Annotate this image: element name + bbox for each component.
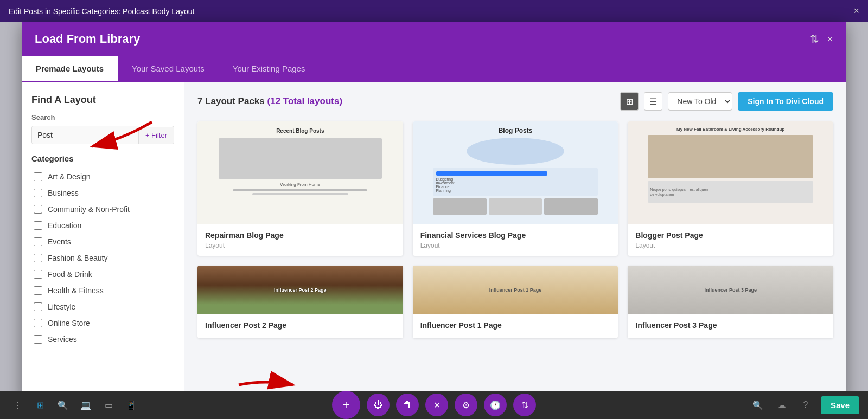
save-button[interactable]: Save bbox=[821, 396, 859, 414]
tab-saved-layouts[interactable]: Your Saved Layouts bbox=[118, 56, 219, 82]
layout-card-info: Influencer Post 2 Page bbox=[197, 314, 403, 338]
layout-name: Influencer Post 2 Page bbox=[205, 321, 395, 330]
tabs-bar: Premade Layouts Your Saved Layouts Your … bbox=[22, 56, 846, 82]
sort-button[interactable]: ⇅ bbox=[513, 394, 536, 416]
layout-card[interactable]: Influencer Post 3 Page Influencer Post 3… bbox=[628, 266, 833, 338]
category-label-community: Community & Non-Profit bbox=[48, 205, 130, 214]
settings-button[interactable]: ⚙ bbox=[455, 394, 477, 416]
layout-card-thumb: Influencer Post 3 Page bbox=[628, 266, 833, 314]
layout-type: Layout bbox=[205, 242, 395, 249]
category-label-food: Food & Drink bbox=[48, 270, 92, 279]
window-title: Edit Posts in Specific Categories: Podca… bbox=[9, 7, 194, 16]
layout-type: Layout bbox=[635, 242, 826, 249]
sort-select[interactable]: New To Old Old To New bbox=[668, 92, 732, 111]
search-input[interactable] bbox=[32, 126, 138, 144]
toolbar-right: 🔍 ☁ ? Save bbox=[749, 396, 859, 414]
category-item[interactable]: Events bbox=[31, 234, 174, 250]
layout-card[interactable]: Influencer Post 2 Page Influencer Post 2… bbox=[197, 266, 403, 338]
layout-name: Influencer Post 3 Page bbox=[635, 321, 826, 330]
window-close-button[interactable]: × bbox=[853, 5, 859, 17]
help-icon[interactable]: ? bbox=[797, 396, 814, 414]
layout-card[interactable]: Blog Posts Budgeting Investment Finance … bbox=[413, 121, 618, 256]
category-item[interactable]: Services bbox=[31, 331, 174, 347]
category-item[interactable]: Art & Design bbox=[31, 169, 174, 185]
category-checkbox-art[interactable] bbox=[34, 172, 42, 181]
layout-card-thumb: Influencer Post 2 Page bbox=[197, 266, 403, 314]
filter-button[interactable]: + Filter bbox=[138, 127, 174, 144]
grid-icon[interactable]: ⊞ bbox=[31, 396, 49, 414]
category-checkbox-events[interactable] bbox=[34, 237, 42, 246]
category-label-education: Education bbox=[48, 221, 81, 230]
modal-header-icons: ⇅ × bbox=[810, 33, 833, 46]
mobile-icon[interactable]: 📱 bbox=[123, 396, 140, 414]
desktop-icon[interactable]: 💻 bbox=[77, 396, 94, 414]
search-label: Search bbox=[31, 113, 174, 121]
category-item[interactable]: Lifestyle bbox=[31, 299, 174, 315]
find-layout-title: Find A Layout bbox=[31, 94, 174, 106]
layout-card-thumb: Blog Posts Budgeting Investment Finance … bbox=[413, 121, 618, 224]
category-checkbox-services[interactable] bbox=[34, 335, 42, 344]
layout-card[interactable]: My New Fall Bathroom & Living Accessory … bbox=[628, 121, 833, 256]
tab-premade-layouts[interactable]: Premade Layouts bbox=[22, 56, 118, 82]
search-toolbar-icon[interactable]: 🔍 bbox=[54, 396, 72, 414]
category-label-fashion: Fashion & Beauty bbox=[48, 254, 108, 262]
category-item[interactable]: Business bbox=[31, 185, 174, 201]
search-right-icon[interactable]: 🔍 bbox=[749, 396, 767, 414]
category-label-health: Health & Fitness bbox=[48, 286, 104, 295]
content-header: 7 Layout Packs (12 Total layouts) ⊞ ☰ Ne… bbox=[197, 92, 833, 111]
layout-name: Repairman Blog Page bbox=[205, 231, 395, 240]
category-checkbox-fashion[interactable] bbox=[34, 254, 42, 262]
category-item[interactable]: Fashion & Beauty bbox=[31, 250, 174, 266]
layout-type: Layout bbox=[420, 242, 611, 249]
pack-count: 7 Layout Packs bbox=[197, 96, 265, 106]
delete-button[interactable]: 🗑 bbox=[396, 394, 419, 416]
modal-close-icon[interactable]: × bbox=[827, 33, 833, 46]
category-checkbox-education[interactable] bbox=[34, 221, 42, 230]
modal-body: Find A Layout Search + Filter Categories… bbox=[22, 82, 846, 402]
modal: Load From Library ⇅ × Premade Layouts Yo… bbox=[22, 22, 846, 402]
power-button[interactable]: ⏻ bbox=[367, 394, 390, 416]
sidebar: Find A Layout Search + Filter Categories… bbox=[22, 82, 184, 402]
category-item[interactable]: Education bbox=[31, 217, 174, 234]
category-checkbox-lifestyle[interactable] bbox=[34, 302, 42, 311]
layout-name: Blogger Post Page bbox=[635, 231, 826, 240]
layout-card-thumb: My New Fall Bathroom & Living Accessory … bbox=[628, 121, 833, 224]
category-checkbox-health[interactable] bbox=[34, 286, 42, 295]
category-label-lifestyle: Lifestyle bbox=[48, 302, 75, 311]
add-button[interactable]: + bbox=[332, 391, 360, 419]
sign-in-button[interactable]: Sign In To Divi Cloud bbox=[738, 92, 833, 111]
category-item[interactable]: Health & Fitness bbox=[31, 282, 174, 299]
grid-view-button[interactable]: ⊞ bbox=[620, 92, 639, 111]
total-layouts: (12 Total layouts) bbox=[267, 96, 343, 106]
layouts-grid: Recent Blog Posts Working From Home Repa… bbox=[197, 121, 833, 338]
toolbar-left: ⋮ ⊞ 🔍 💻 ▭ 📱 bbox=[9, 396, 140, 414]
list-view-button[interactable]: ☰ bbox=[644, 92, 662, 111]
category-item[interactable]: Online Store bbox=[31, 315, 174, 331]
title-bar: Edit Posts in Specific Categories: Podca… bbox=[0, 0, 868, 22]
layout-card[interactable]: Recent Blog Posts Working From Home Repa… bbox=[197, 121, 403, 256]
category-checkbox-online-store[interactable] bbox=[34, 319, 42, 327]
cloud-icon[interactable]: ☁ bbox=[773, 396, 790, 414]
content-controls: ⊞ ☰ New To Old Old To New Sign In To Div… bbox=[620, 92, 833, 111]
category-label-events: Events bbox=[48, 237, 71, 246]
history-button[interactable]: 🕐 bbox=[484, 394, 507, 416]
tablet-icon[interactable]: ▭ bbox=[100, 396, 117, 414]
category-checkbox-community[interactable] bbox=[34, 205, 42, 214]
layout-card[interactable]: Influencer Post 1 Page Influencer Post 1… bbox=[413, 266, 618, 338]
layout-card-info: Blogger Post Page Layout bbox=[628, 224, 833, 256]
layout-card-info: Influencer Post 3 Page bbox=[628, 314, 833, 338]
category-item[interactable]: Community & Non-Profit bbox=[31, 201, 174, 217]
menu-icon[interactable]: ⋮ bbox=[9, 396, 26, 414]
toolbar-center: + ⏻ 🗑 ✕ ⚙ 🕐 ⇅ bbox=[332, 391, 536, 419]
category-checkbox-business[interactable] bbox=[34, 189, 42, 197]
tab-existing-pages[interactable]: Your Existing Pages bbox=[219, 56, 320, 82]
search-row: + Filter bbox=[31, 126, 174, 144]
category-label-art: Art & Design bbox=[48, 172, 91, 181]
category-checkbox-food[interactable] bbox=[34, 270, 42, 279]
layout-card-thumb: Recent Blog Posts Working From Home bbox=[197, 121, 403, 224]
layout-count: 7 Layout Packs (12 Total layouts) bbox=[197, 96, 342, 107]
sort-icon[interactable]: ⇅ bbox=[810, 33, 819, 46]
modal-header: Load From Library ⇅ × bbox=[22, 22, 846, 56]
category-item[interactable]: Food & Drink bbox=[31, 266, 174, 282]
close-button[interactable]: ✕ bbox=[425, 394, 448, 416]
